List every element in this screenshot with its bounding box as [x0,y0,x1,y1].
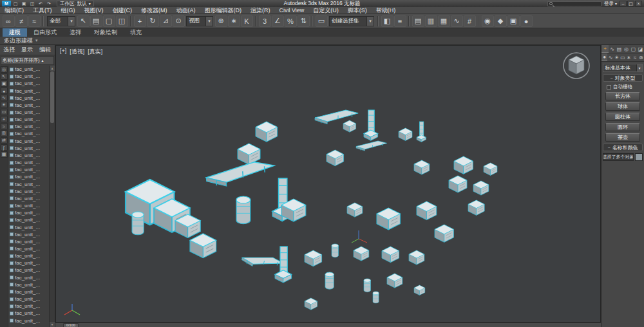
scene-explorer-row[interactable]: fac_unit_... [8,102,49,109]
scene-explorer-row[interactable]: fac_unit_... [8,274,49,281]
time-slider[interactable]: 0/100 [55,322,601,327]
select-and-manipulate-icon[interactable]: ∗ [228,15,240,27]
menu-item[interactable]: Civil View [275,7,309,14]
sign-in-button[interactable]: 登录 ▾ [604,1,617,7]
scene-explorer-row[interactable]: fac_unit_... [8,66,49,73]
new-scene-icon[interactable]: ▢ [12,1,19,6]
angle-snap-icon[interactable]: ∠ [272,15,284,27]
filter-groups-icon[interactable]: ⊞ [1,130,8,136]
filter-cameras-icon[interactable]: ▭ [1,109,8,115]
shapes-category-icon[interactable]: ∿ [607,53,613,61]
explorer-menu-item[interactable]: 编辑 [36,46,54,54]
explorer-menu-item[interactable]: 显示 [18,46,36,54]
viewport-shading-label[interactable]: [真实] [88,48,102,56]
scene-explorer-row[interactable]: fac_unit_... [8,116,49,123]
scene-explorer-row[interactable]: fac_unit_... [8,266,49,274]
ribbon-tab[interactable]: 对象绘制 [88,28,124,37]
explorer-find-icon[interactable]: ◎ [1,66,8,73]
save-file-icon[interactable]: ◫ [28,1,36,6]
minimize-button[interactable]: – [620,1,627,6]
scene-explorer-row[interactable]: fac_unit_... [8,80,49,87]
object-class-dropdown[interactable]: 标准基本体 ▾ [603,64,643,72]
spinner-snap-icon[interactable]: ⇅ [298,15,310,27]
filter-bones-icon[interactable]: ∫ [1,144,8,151]
geometry-category-icon[interactable]: ● [601,53,607,61]
scene-explorer-row[interactable]: fac_unit_... [8,238,49,245]
bind-to-space-warp-icon[interactable]: ≈ [28,15,41,27]
scene-explorer-row[interactable]: fac_unit_... [8,259,49,266]
object-name-field[interactable]: 选择了多个对象 [603,153,634,161]
toggle-scene-explorer-icon[interactable]: ▤ [412,15,424,27]
menu-item[interactable]: 渲染(R) [246,7,275,14]
scene-explorer-row[interactable]: fac_unit_... [8,145,49,152]
render-production-icon[interactable]: ● [520,15,533,27]
percent-snap-icon[interactable]: % [285,15,297,27]
rectangular-selection-region-icon[interactable]: ▢ [103,15,115,27]
hierarchy-tab-icon[interactable]: ▤ [616,45,623,53]
scene-explorer-row[interactable]: fac_unit_... [8,223,49,230]
curve-editor-icon[interactable]: ∿ [451,15,463,27]
select-and-link-icon[interactable]: ∞ [3,15,15,27]
scroll-up-icon[interactable]: ▲ [50,66,55,71]
maximize-button[interactable]: ▢ [627,1,634,6]
menu-item[interactable]: 修改器(M) [137,7,172,14]
menu-item[interactable]: 视图(V) [80,7,108,14]
viewport[interactable]: [+] [透视] [真实] [55,45,601,322]
menu-item[interactable]: 工具(T) [28,7,57,14]
scene-explorer-row[interactable]: fac_unit_... [8,109,49,116]
systems-category-icon[interactable]: ⊛ [638,53,644,61]
scene-explorer-row[interactable]: fac_unit_... [8,252,49,259]
help-search-input[interactable] [547,1,601,6]
menu-item[interactable]: 图形编辑器(D) [200,7,247,14]
scene-explorer-row[interactable]: fac_unit_... [8,87,49,94]
lights-category-icon[interactable]: ☀ [614,53,620,61]
material-editor-icon[interactable]: ◉ [482,15,494,27]
align-icon[interactable]: ≡ [394,15,406,27]
explorer-lock-icon[interactable]: ▣ [1,80,8,87]
scene-explorer-row[interactable]: fac_unit_... [8,209,49,216]
select-and-rotate-icon[interactable]: ↻ [147,15,159,27]
object-type-rollout-header[interactable]: − 对象类型 [603,74,643,82]
scroll-down-icon[interactable]: ▼ [50,322,55,327]
scene-explorer-row[interactable]: fac_unit_... [8,95,49,102]
keyboard-override-icon[interactable]: K [241,15,253,27]
mirror-icon[interactable]: ◧ [381,15,393,27]
unlink-selection-icon[interactable]: ≠ [15,15,28,27]
viewport-menu-label[interactable]: [+] [60,48,66,56]
filter-lights-icon[interactable]: ☀ [1,102,8,108]
scene-explorer-row[interactable]: fac_unit_... [8,188,49,195]
spacewarps-category-icon[interactable]: ≈ [632,53,638,61]
scene-explorer-row[interactable]: fac_unit_... [8,123,49,130]
scene-explorer-row[interactable]: fac_unit_... [8,195,49,202]
name-color-rollout-header[interactable]: − 名称和颜色 [603,144,643,151]
scene-explorer-row[interactable]: fac_unit_... [8,295,49,303]
time-slider-handle[interactable]: 0/100 [63,323,79,327]
ribbon-tab[interactable]: 自由形式 [27,28,63,37]
scene-explorer-row[interactable]: fac_unit_... [8,317,49,324]
viewcube[interactable] [562,51,591,80]
undo-icon[interactable]: ↶ [37,1,44,6]
toggle-layer-explorer-icon[interactable]: ▥ [425,15,437,27]
reference-coordinate-system-dropdown[interactable]: 视图▾ [186,16,213,26]
schematic-view-icon[interactable]: # [464,15,476,27]
explorer-sort-header[interactable]: 名称(按升序排序) ▲ [1,56,54,65]
explorer-pick-icon[interactable]: ↖ [1,73,8,80]
menu-item[interactable]: 帮助(H) [372,7,401,14]
redo-icon[interactable]: ↷ [45,1,53,6]
create-tab-icon[interactable]: + [601,45,609,53]
explorer-menu-item[interactable]: 选择 [0,46,18,54]
select-and-move-icon[interactable]: + [134,15,146,27]
scene-explorer-row[interactable]: fac_unit_... [8,159,49,166]
scene-explorer-row[interactable]: fac_unit_... [8,245,49,252]
menu-item[interactable]: 自定义(U) [308,7,343,14]
select-and-place-icon[interactable]: ⊙ [173,15,185,27]
primitive-button[interactable]: 长方体 [605,92,640,100]
select-by-name-icon[interactable]: ▤ [90,15,102,27]
render-setup-icon[interactable]: ◆ [495,15,507,27]
ribbon-collapsed-panel[interactable]: 多边形建模 ▾ [0,37,644,45]
scene-explorer-row[interactable]: fac_unit_... [8,216,49,223]
filter-helpers-icon[interactable]: + [1,116,8,122]
ribbon-tab[interactable]: 填充 [124,28,148,37]
use-pivot-center-icon[interactable]: ⊕ [215,15,227,27]
menu-item[interactable]: 组(G) [57,7,80,14]
